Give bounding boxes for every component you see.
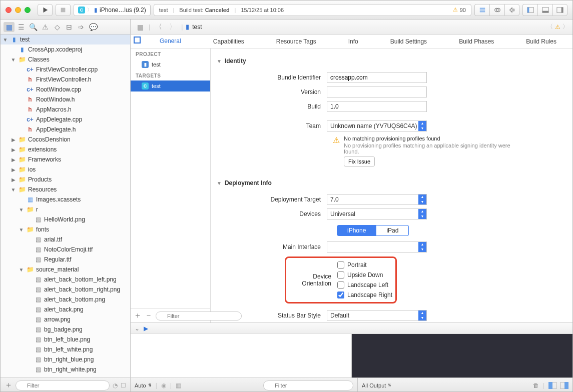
forward-button[interactable]: 〉 <box>167 22 178 32</box>
tree-item[interactable]: ▧bg_badge.png <box>1 324 130 334</box>
disclosure-icon[interactable]: ▼ <box>217 58 222 64</box>
issue-count[interactable]: ⚠90 <box>453 6 466 13</box>
disclosure-icon[interactable]: ▶ <box>11 167 16 172</box>
landscape-left-checkbox[interactable] <box>337 282 344 288</box>
tree-item[interactable]: ▼📁r <box>1 204 130 214</box>
team-popup[interactable]: Unknown name (YV7UQS6C4A) ▲▼ <box>327 120 427 132</box>
trash-icon[interactable]: 🗑 <box>533 382 539 389</box>
tree-item[interactable]: ▧alert_back.png <box>1 304 130 314</box>
tab-info[interactable]: Info <box>339 34 367 48</box>
target-filter-input[interactable] <box>156 312 242 320</box>
all-output-popup[interactable]: All Output ⇅ <box>362 382 391 388</box>
landscape-right-checkbox[interactable] <box>337 292 344 298</box>
tree-item[interactable]: ▧alert_back_bottom.png <box>1 294 130 304</box>
identity-section-header[interactable]: ▼ Identity <box>217 58 566 64</box>
left-panel-button[interactable] <box>522 4 537 16</box>
square-icon[interactable] <box>131 34 144 48</box>
tree-item[interactable]: ▧Regular.ttf <box>1 254 130 264</box>
disclosure-icon[interactable]: ▼ <box>19 227 24 232</box>
ipad-segment[interactable]: iPad <box>376 225 409 236</box>
related-items-icon[interactable]: ▦ <box>135 22 146 32</box>
landscape-right-checkbox-row[interactable]: Landscape Right <box>337 290 392 300</box>
bundle-id-input[interactable] <box>327 72 427 83</box>
breakpoint-navigator-icon[interactable]: ➩ <box>76 22 87 32</box>
disclosure-icon[interactable]: ▶ <box>11 157 16 162</box>
tree-item[interactable]: ▶📁extensions <box>1 144 130 154</box>
build-input[interactable] <box>327 101 427 112</box>
tree-item[interactable]: ▶📁ios <box>1 164 130 174</box>
tree-item[interactable]: c+FirstViewController.cpp <box>1 64 130 74</box>
tree-item[interactable]: ▼📁source_material <box>1 264 130 274</box>
portrait-checkbox-row[interactable]: Portrait <box>337 260 392 270</box>
disclosure-icon[interactable]: ▼ <box>11 57 16 62</box>
deployment-section-header[interactable]: ▼ Deployment Info <box>217 180 566 186</box>
bottom-panel-button[interactable] <box>537 4 552 16</box>
disclosure-icon[interactable]: ▼ <box>19 267 24 272</box>
version-editor-button[interactable] <box>504 4 519 16</box>
tab-general[interactable]: General <box>151 34 190 48</box>
console-view[interactable] <box>352 334 572 378</box>
tab-build-rules[interactable]: Build Rules <box>517 34 565 48</box>
tree-item[interactable]: ▧btn_left_white.png <box>1 344 130 354</box>
tree-item[interactable]: hAppMacros.h <box>1 104 130 114</box>
test-navigator-icon[interactable]: ◇ <box>52 22 63 32</box>
upside-checkbox-row[interactable]: Upside Down <box>337 270 392 280</box>
tab-capabilities[interactable]: Capabilities <box>204 34 253 48</box>
add-button[interactable]: ＋ <box>5 380 13 390</box>
main-interface-popup[interactable]: ▲▼ <box>327 242 427 252</box>
right-panel-button[interactable] <box>552 4 567 16</box>
tab-build-settings[interactable]: Build Settings <box>381 34 436 48</box>
navigator-filter-input[interactable] <box>16 380 110 390</box>
tree-item[interactable]: ▶📁Frameworks <box>1 154 130 164</box>
scm-icon[interactable]: ☐ <box>121 382 126 389</box>
tree-item[interactable]: ▧btn_right_white.png <box>1 364 130 374</box>
debug-navigator-icon[interactable]: ⊟ <box>64 22 75 32</box>
split-right-icon[interactable] <box>560 382 568 389</box>
issue-navigator-icon[interactable]: ⚠ <box>40 22 51 32</box>
assistant-editor-button[interactable] <box>489 4 504 16</box>
target-item[interactable]: C test <box>131 80 210 92</box>
split-left-icon[interactable] <box>548 382 556 389</box>
tree-item[interactable]: ▶📁Products <box>1 174 130 184</box>
add-target-button[interactable]: ＋ <box>134 310 142 321</box>
disclosure-icon[interactable]: ▼ <box>19 207 24 212</box>
standard-editor-button[interactable] <box>474 4 489 16</box>
iphone-segment[interactable]: iPhone <box>337 225 376 236</box>
tree-item[interactable]: ▧alert_back_bottom_left.png <box>1 274 130 284</box>
tree-item[interactable]: c+AppDelegate.cpp <box>1 114 130 124</box>
disclosure-icon[interactable]: ▶ <box>11 177 16 182</box>
tree-item[interactable]: hAppDelegate.h <box>1 124 130 134</box>
settings-panel[interactable]: ▼ Identity Bundle Identifier Version Bui… <box>211 48 572 322</box>
tree-item[interactable]: hRootWindow.h <box>1 94 130 104</box>
devices-popup[interactable]: Universal ▲▼ <box>327 208 427 220</box>
tree-root[interactable]: ▼ ▮ test <box>1 34 130 44</box>
disclosure-icon[interactable]: ▼ <box>3 37 8 42</box>
tree-item[interactable]: ▧btn_right_blue.png <box>1 354 130 364</box>
disclosure-icon[interactable]: ▶ <box>11 137 16 142</box>
disclosure-icon[interactable]: ▶ <box>11 147 16 152</box>
breakpoint-tag-icon[interactable]: ▶ <box>144 325 148 332</box>
run-button[interactable] <box>38 4 53 16</box>
report-navigator-icon[interactable]: 💬 <box>88 22 99 32</box>
disclosure-icon[interactable]: ▼ <box>11 187 16 192</box>
tree-item[interactable]: ▮CrossApp.xcodeproj <box>1 44 130 54</box>
tree-item[interactable]: ▧arrow.png <box>1 314 130 324</box>
back-button[interactable]: 〈 <box>153 22 164 32</box>
tree-item[interactable]: ▧NotoColorEmoji.ttf <box>1 244 130 254</box>
upside-checkbox[interactable] <box>337 272 344 278</box>
version-input[interactable] <box>327 86 427 98</box>
stop-button[interactable] <box>56 4 71 16</box>
breadcrumb-file[interactable]: test <box>192 24 202 30</box>
auto-popup[interactable]: Auto ⇅ <box>135 382 152 388</box>
eye-icon[interactable]: ◉ <box>161 382 166 389</box>
zoom-icon[interactable] <box>25 7 31 13</box>
variables-view[interactable] <box>131 334 352 378</box>
tab-build-phases[interactable]: Build Phases <box>450 34 503 48</box>
tree-item[interactable]: ▧btn_left_blue.png <box>1 334 130 344</box>
tree-item[interactable]: ▼📁Classes <box>1 54 130 64</box>
variables-filter-input[interactable] <box>263 380 353 390</box>
tree-item[interactable]: hFirstViewController.h <box>1 74 130 84</box>
disclosure-icon[interactable]: ▼ <box>217 180 222 186</box>
tree-item[interactable]: ▦Images.xcassets <box>1 194 130 204</box>
tree-item[interactable]: ▼📁Resources <box>1 184 130 194</box>
